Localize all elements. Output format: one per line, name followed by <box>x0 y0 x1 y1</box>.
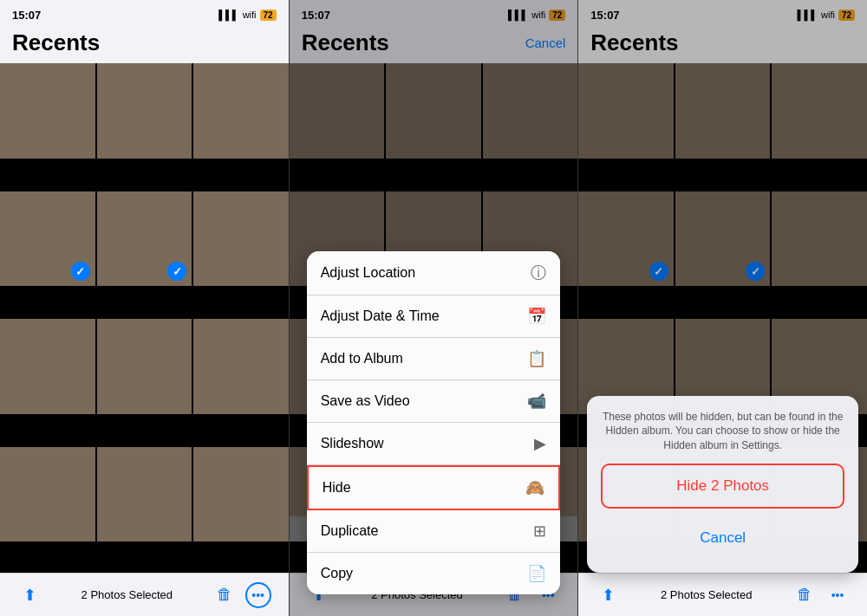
check-1-4: ✓ <box>71 262 90 281</box>
photos-title-1: Recents <box>12 29 100 56</box>
photo-cell-1-2[interactable] <box>97 63 192 159</box>
menu-item-add-album[interactable]: Add to Album 📋 <box>307 338 561 380</box>
menu-item-slideshow-icon: ▶ <box>534 434 546 453</box>
cancel-action-button[interactable]: Cancel <box>601 517 844 559</box>
more-button-1[interactable]: ••• <box>245 582 271 608</box>
photo-cell-1-9[interactable] <box>193 319 289 414</box>
photo-cell-1-12[interactable] <box>193 447 289 542</box>
menu-item-duplicate-icon: ⊞ <box>533 522 546 541</box>
photo-cell-1-1[interactable] <box>0 63 95 159</box>
panel-3: 15:07 ▌▌▌ wifi 72 Recents Cancel ✓ ✓ <box>578 0 867 616</box>
menu-item-copy[interactable]: Copy 📄 <box>307 553 561 594</box>
photo-cell-1-8[interactable] <box>97 319 192 414</box>
trash-button-1[interactable]: 🗑 <box>212 583 237 607</box>
photo-cell-1-4[interactable]: ✓ <box>0 191 95 287</box>
menu-item-add-album-icon: 📋 <box>527 349 546 368</box>
menu-item-adjust-location-icon: ⓘ <box>531 263 546 283</box>
status-bar-1: 15:07 ▌▌▌ wifi 72 <box>0 0 289 26</box>
selection-label-1: 2 Photos Selected <box>81 588 173 601</box>
menu-item-save-video[interactable]: Save as Video 📹 <box>307 380 561 423</box>
hide-photos-button[interactable]: Hide 2 Photos <box>601 464 844 509</box>
photo-grid-1: ✓ ✓ <box>0 63 289 573</box>
menu-item-adjust-datetime-label: Adjust Date & Time <box>321 308 440 324</box>
battery-badge-1: 72 <box>260 10 277 21</box>
photo-cell-1-5[interactable]: ✓ <box>97 191 192 287</box>
menu-item-slideshow[interactable]: Slideshow ▶ <box>307 423 561 465</box>
menu-item-slideshow-label: Slideshow <box>321 436 384 451</box>
wifi-icon-1: wifi <box>243 10 257 20</box>
menu-item-adjust-location-label: Adjust Location <box>321 265 415 281</box>
check-1-5: ✓ <box>167 262 186 281</box>
photos-header-1: Recents <box>0 26 289 63</box>
more-button-3[interactable]: ••• <box>825 583 850 607</box>
selection-label-3: 2 Photos Selected <box>661 588 753 601</box>
photo-cell-1-3[interactable] <box>193 63 289 159</box>
menu-item-add-album-label: Add to Album <box>321 351 403 366</box>
share-button-1[interactable]: ⬆ <box>17 583 42 607</box>
menu-item-copy-icon: 📄 <box>527 564 546 583</box>
action-sheet-description: These photos will be hidden, but can be … <box>601 410 844 453</box>
photo-cell-1-7[interactable] <box>0 319 95 414</box>
status-time-1: 15:07 <box>12 9 41 22</box>
bottom-bar-3: ⬆ 2 Photos Selected 🗑 ••• <box>578 573 867 616</box>
panel-1: 15:07 ▌▌▌ wifi 72 Recents ✓ ✓ ⬆ <box>0 0 290 616</box>
status-icons-1: ▌▌▌ wifi 72 <box>218 10 276 21</box>
action-sheet: These photos will be hidden, but can be … <box>587 396 858 573</box>
menu-item-save-video-label: Save as Video <box>321 393 410 409</box>
signal-icon-1: ▌▌▌ <box>218 10 238 20</box>
photo-cell-1-6[interactable] <box>193 191 289 287</box>
context-menu: Adjust Location ⓘ Adjust Date & Time 📅 A… <box>307 251 561 594</box>
panel-2: 15:07 ▌▌▌ wifi 72 Recents Cancel ✓ ✓ <box>290 0 579 616</box>
menu-item-adjust-location[interactable]: Adjust Location ⓘ <box>307 251 561 295</box>
menu-item-hide-label: Hide <box>323 480 351 496</box>
photo-cell-1-11[interactable] <box>97 447 192 542</box>
menu-item-hide[interactable]: Hide 🙈 <box>307 465 561 510</box>
menu-item-duplicate[interactable]: Duplicate ⊞ <box>307 510 561 553</box>
menu-item-adjust-datetime[interactable]: Adjust Date & Time 📅 <box>307 295 561 338</box>
trash-button-3[interactable]: 🗑 <box>792 583 817 607</box>
menu-item-hide-icon: 🙈 <box>525 478 544 497</box>
bottom-bar-1: ⬆ 2 Photos Selected 🗑 ••• <box>0 573 289 616</box>
menu-item-adjust-datetime-icon: 📅 <box>527 307 546 326</box>
photo-cell-1-10[interactable] <box>0 447 95 542</box>
menu-item-save-video-icon: 📹 <box>527 392 546 411</box>
share-button-3[interactable]: ⬆ <box>596 583 620 607</box>
menu-item-copy-label: Copy <box>321 566 353 581</box>
menu-item-duplicate-label: Duplicate <box>321 523 379 539</box>
